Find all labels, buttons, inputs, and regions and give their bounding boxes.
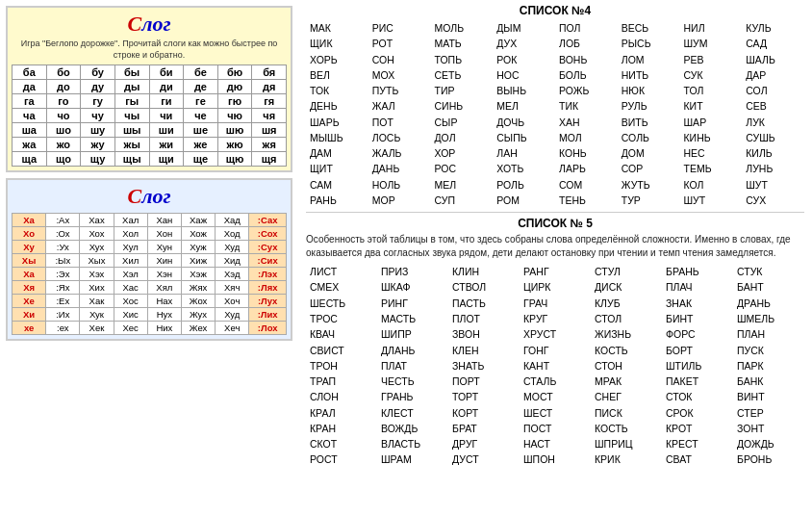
syllable2-cell: Хяч (216, 281, 249, 295)
word-cell: КРЕСТ (662, 436, 733, 452)
syllable-cell: жа (13, 138, 47, 152)
game2-title: Слог (12, 184, 287, 209)
word-cell: ДАНЬ (368, 161, 431, 176)
syllable-cell: чи (149, 109, 184, 123)
word-cell: СРОК (662, 405, 733, 421)
word-cell: ДРАНЬ (733, 296, 804, 311)
syllable2-cell: хе (13, 322, 46, 335)
syllable-cell: ды (114, 80, 149, 94)
word-cell: ТЕНЬ (555, 193, 618, 208)
syllable2-cell: Ход (216, 227, 249, 241)
word-cell: СТВОЛ (448, 279, 520, 295)
syllable-cell: ща (13, 152, 47, 167)
syllable-cell: жу (81, 138, 115, 152)
word-cell: ШУТ (742, 177, 804, 193)
word-cell: ШАРЬ (306, 115, 368, 130)
word-cell: БРАТ (448, 421, 520, 436)
syllable2-cell: Хэд (216, 268, 249, 281)
game1-title: Слог (12, 12, 287, 37)
syllable2-cell: Жох (181, 295, 215, 308)
word-cell: БИНТ (662, 311, 733, 326)
syllable2-cell: Хоч (216, 295, 249, 308)
syllable-cell: жо (46, 138, 81, 152)
syllable2-cell: Хас (114, 281, 147, 295)
word-cell: СТУЛ (591, 264, 662, 279)
word-cell: НОЛЬ (368, 177, 431, 193)
syllable-cell: ду (81, 80, 115, 94)
syllable2-cell: Хес (114, 322, 147, 335)
word-cell: ВОНЬ (555, 52, 618, 67)
syllable2-cell: Ху (13, 241, 46, 254)
word-cell: ДАР (742, 67, 804, 83)
syllable-cell: чя (252, 109, 287, 123)
syllable-cell: до (46, 80, 81, 94)
word-cell: РЫСЬ (618, 36, 680, 51)
syllable-cell: же (184, 138, 218, 152)
syllable-cell: дю (217, 80, 252, 94)
syllable-cell: шо (46, 123, 81, 138)
syllable2-cell: Хе (13, 295, 46, 308)
syllable-cell: що (46, 152, 81, 167)
word-cell: ТУР (618, 193, 680, 208)
word-cell: ЗВОН (448, 326, 520, 342)
syllable2-cell: :Сих (249, 254, 287, 268)
word-cell: ВЕЛ (306, 67, 368, 83)
word-cell: СЫР (431, 115, 494, 130)
syllable2-cell: :Ях (46, 281, 80, 295)
word-cell: КАНТ (520, 358, 591, 374)
syllable2-cell: Худ (216, 241, 249, 254)
syllable-cell: га (13, 94, 47, 109)
word-cell: ДУХ (493, 36, 555, 51)
word-cell: СЛОН (306, 389, 377, 404)
word-cell: МЕЛ (431, 177, 494, 193)
syllable-cell: гю (217, 94, 252, 109)
divider (306, 212, 804, 213)
syllable2-cell: Хол (114, 227, 147, 241)
syllable-cell: гя (252, 94, 287, 109)
word-cell: ПАСТЬ (448, 296, 520, 311)
title-red-1: С (127, 12, 141, 36)
word-cell: МЕЛ (493, 98, 555, 114)
word-cell: ТЕМЬ (680, 161, 743, 176)
word-cell: ПУСК (733, 343, 804, 358)
syllable2-cell: Хих (80, 281, 114, 295)
syllable2-cell: Хун (147, 241, 181, 254)
syllable2-cell: Хых (80, 254, 114, 268)
word-cell: РАНЬ (306, 193, 368, 208)
word-cell: МОЛ (555, 130, 618, 145)
word-cell: РОСТ (306, 452, 377, 467)
word-cell: СЫПЬ (493, 130, 555, 145)
word-cell: ПРИЗ (377, 264, 448, 279)
word-cell: МАСТЬ (377, 311, 448, 326)
word-cell: КИНЬ (680, 130, 743, 145)
word-cell: ГОНГ (520, 343, 591, 358)
word-cell: ЖИЗНЬ (591, 326, 662, 342)
syllable-table-1: бабобубыбибебюбядадодудыдидедюдягагогугы… (12, 64, 287, 167)
left-panel: Слог Игра "Беглопо дорожке". Прочитай сл… (0, 0, 298, 516)
word-cell: САМ (306, 177, 368, 193)
word-cell: ТРОС (306, 311, 377, 326)
word-cell: КОРТ (448, 405, 520, 421)
word-cell: ДУСТ (448, 452, 520, 467)
syllable-cell: чу (81, 109, 115, 123)
word-cell: КЛЕН (448, 343, 520, 358)
word-cell: КОНЬ (555, 145, 618, 161)
syllable2-cell: Хеч (216, 322, 249, 335)
word-cell: СТОЛ (591, 311, 662, 326)
syllable2-cell: Ха (13, 214, 46, 227)
word-cell: МОЛЬ (431, 20, 494, 36)
word-cell: НЮК (618, 83, 680, 98)
word-cell: ШАЛЬ (742, 52, 804, 67)
syllable-cell: ши (149, 123, 184, 138)
word-cell: ДЛАНЬ (377, 343, 448, 358)
syllable2-cell: Хож (181, 227, 215, 241)
word-cell: ШИПР (377, 326, 448, 342)
word-cell: СТАЛЬ (520, 374, 591, 389)
syllable-cell: да (13, 80, 47, 94)
word-cell: КРАЛ (306, 405, 377, 421)
syllable2-cell: :Лях (249, 281, 287, 295)
word-cell: СОМ (555, 177, 618, 193)
word-cell: СЕТЬ (431, 67, 494, 83)
word-cell: КРИК (591, 452, 662, 467)
syllable-cell: ша (13, 123, 47, 138)
